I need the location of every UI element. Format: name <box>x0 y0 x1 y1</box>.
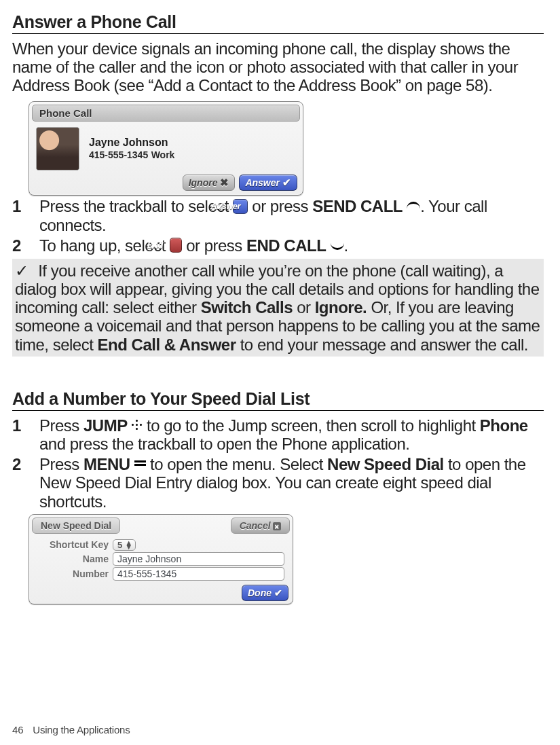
tip-text: to end your message and answer the call. <box>236 335 528 354</box>
end-call-icon <box>331 240 344 250</box>
check-icon: ✔ <box>282 177 291 189</box>
step-text: and press the trackball to open the Phon… <box>39 435 409 453</box>
step-2: 2Press MENU to open the menu. Select New… <box>12 455 544 511</box>
speed-dial-dialog: New Speed Dial Cancel× Shortcut Key 5 ▲▼… <box>29 514 293 604</box>
menu-icon <box>134 460 146 467</box>
menu-label: MENU <box>83 455 130 473</box>
step-number: 1 <box>12 416 33 435</box>
page-footer: 46Using the Applications <box>12 724 130 735</box>
end-call-label: END CALL <box>246 236 326 255</box>
step-text: Press <box>39 416 83 435</box>
name-row: Name Jayne Johnson <box>37 552 284 566</box>
ignore-button[interactable]: Ignore ✖ <box>183 175 236 191</box>
step-number: 1 <box>12 197 33 216</box>
intro-paragraph: When your device signals an incoming pho… <box>12 39 544 94</box>
ignore-label: Ignore. <box>315 298 367 316</box>
check-icon: ✔ <box>274 587 282 599</box>
step-number: 2 <box>12 236 33 255</box>
end-inline-button[interactable]: End✖ <box>170 238 182 253</box>
name-field[interactable]: Jayne Johnson <box>113 552 284 566</box>
button-label: Done <box>248 587 272 599</box>
dialog-tab: New Speed Dial <box>32 517 120 534</box>
step-text: or press <box>248 197 312 215</box>
caller-number-label: Work <box>151 149 175 160</box>
select-value: 5 <box>117 540 122 550</box>
avatar <box>36 127 79 170</box>
button-label: Answer <box>238 200 240 213</box>
page-number: 46 <box>12 724 23 735</box>
send-call-icon <box>407 202 420 211</box>
hangup-icon: ✖ <box>220 177 229 189</box>
step-2: 2To hang up, select End✖ or press END CA… <box>12 236 544 255</box>
chapter-name: Using the Applications <box>33 724 130 735</box>
step-1: 1Press the trackball to select Answer✔ o… <box>12 197 544 234</box>
button-label: Answer <box>245 177 280 189</box>
answer-button[interactable]: Answer ✔ <box>239 175 297 191</box>
shortcut-key-label: Shortcut Key <box>37 539 109 550</box>
close-icon: × <box>273 522 281 530</box>
step-text: to open the menu. Select <box>146 455 327 473</box>
step-text: to go to the Jump screen, then scroll to… <box>143 416 480 435</box>
send-call-label: SEND CALL <box>312 197 403 215</box>
phone-app-label: Phone <box>480 416 528 435</box>
caller-number: 415-555-1345 <box>89 149 148 160</box>
section-title-answer-call: Answer a Phone Call <box>12 12 544 34</box>
button-label: Cancel <box>240 520 271 531</box>
dialog-titlebar: Phone Call <box>32 105 300 122</box>
done-button[interactable]: Done ✔ <box>242 585 288 601</box>
jump-label: JUMP <box>83 416 128 435</box>
shortcut-key-select[interactable]: 5 ▲▼ <box>113 539 136 551</box>
number-label: Number <box>37 568 109 579</box>
check-icon: ✓ <box>15 261 34 280</box>
new-speed-dial-label: New Speed Dial <box>327 455 444 473</box>
phone-call-dialog: Phone Call Jayne Johnson 415-555-1345 Wo… <box>29 101 303 196</box>
stepper-arrows-icon: ▲▼ <box>125 541 132 549</box>
step-text: or press <box>182 236 246 255</box>
step-text: Press <box>39 455 83 473</box>
answer-inline-button[interactable]: Answer✔ <box>233 199 248 214</box>
shortcut-key-row: Shortcut Key 5 ▲▼ <box>37 539 284 551</box>
step-number: 2 <box>12 455 33 474</box>
number-row: Number 415-555-1345 <box>37 567 284 581</box>
step-text: . <box>344 236 348 255</box>
tip-note: ✓ If you receive another call while you’… <box>12 259 544 357</box>
button-label: Ignore <box>189 177 218 189</box>
step-text: Press the trackball to select <box>39 197 233 215</box>
end-and-answer-label: End Call & Answer <box>98 335 236 354</box>
tip-text: or <box>293 298 315 316</box>
number-field[interactable]: 415-555-1345 <box>113 567 284 581</box>
step-1: 1Press JUMP to go to the Jump screen, th… <box>12 416 544 454</box>
cancel-button[interactable]: Cancel× <box>231 517 290 534</box>
section-title-speed-dial: Add a Number to Your Speed Dial List <box>12 389 544 411</box>
caller-name: Jayne Johnson <box>89 137 174 149</box>
jump-icon <box>132 420 143 431</box>
name-label: Name <box>37 553 109 564</box>
switch-calls-label: Switch Calls <box>201 298 293 316</box>
